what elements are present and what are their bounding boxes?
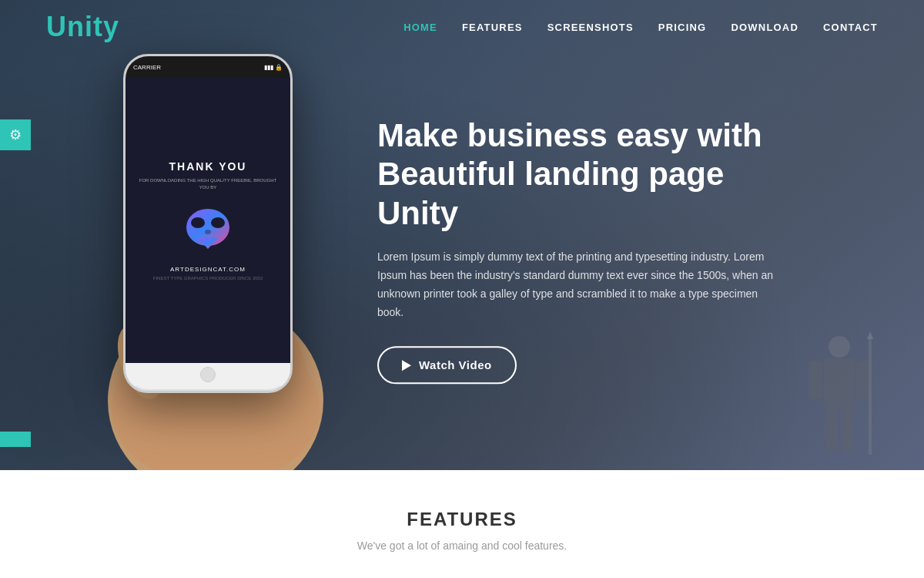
features-subtitle: We've got a lot of amaing and cool featu… <box>46 539 878 552</box>
watch-video-label: Watch Video <box>419 359 492 372</box>
nav-features[interactable]: FEATURES <box>462 22 523 33</box>
svg-point-14 <box>829 336 850 358</box>
svg-rect-15 <box>824 358 855 408</box>
tagline-text: FINEST TYPE GRAPHICS PRODUCER SINCE 2002 <box>153 276 263 281</box>
phone-mockup-area: CARRIER ▮▮▮ 🔒 THANK YOU FOR DOWNLOADING … <box>92 39 323 470</box>
hero-subtext: Lorem Ipsum is simply dummy text of the … <box>377 248 778 321</box>
svg-rect-17 <box>856 361 870 399</box>
svg-point-12 <box>205 230 211 234</box>
phone-status-bar: CARRIER ▮▮▮ 🔒 <box>126 56 290 78</box>
phone-frame: CARRIER ▮▮▮ 🔒 THANK YOU FOR DOWNLOADING … <box>123 54 293 393</box>
svg-point-10 <box>191 217 205 228</box>
hero-content: Make business easy with Beautiful landin… <box>377 116 808 384</box>
svg-point-11 <box>211 217 225 228</box>
logo: Unity <box>46 11 119 43</box>
sidebar-toggle-button[interactable]: ⚙ <box>0 119 31 150</box>
background-figure <box>801 331 878 470</box>
nav-download[interactable]: DOWNLOAD <box>731 22 798 33</box>
svg-rect-18 <box>825 408 838 451</box>
nav-contact[interactable]: CONTACT <box>823 22 878 33</box>
nav-home[interactable]: HOME <box>403 22 437 33</box>
phone-icons: ▮▮▮ 🔒 <box>264 64 283 71</box>
svg-marker-21 <box>867 331 873 339</box>
domain-text: ARTDESIGNCAT.COM <box>170 266 246 273</box>
phone-screen: THANK YOU FOR DOWNLOADING THE HIGH QUALI… <box>126 78 290 363</box>
play-icon <box>402 360 411 371</box>
carrier-label: CARRIER <box>133 64 161 71</box>
sidebar-bottom-accent <box>0 432 31 447</box>
phone-subtitle: FOR DOWNLOADING THE HIGH QUALITY FREEBIE… <box>138 177 278 190</box>
svg-rect-19 <box>841 408 853 451</box>
hero-heading: Make business easy with Beautiful landin… <box>377 116 808 233</box>
svg-rect-20 <box>869 339 872 455</box>
nav-screenshots[interactable]: SCREENSHOTS <box>547 22 634 33</box>
features-section: FEATURES We've got a lot of amaing and c… <box>0 470 924 578</box>
watch-video-button[interactable]: Watch Video <box>377 347 517 385</box>
hero-section: ⚙ CARRIER ▮▮▮ 🔒 THANK YOU <box>0 0 924 470</box>
nav-pricing[interactable]: PRICING <box>658 22 707 33</box>
gear-icon: ⚙ <box>9 126 22 143</box>
navigation: HOME FEATURES SCREENSHOTS PRICING DOWNLO… <box>403 22 878 33</box>
thank-you-text: THANK YOU <box>169 160 247 173</box>
features-title: FEATURES <box>46 509 878 530</box>
header: Unity HOME FEATURES SCREENSHOTS PRICING … <box>0 0 924 54</box>
mask-illustration <box>181 206 235 252</box>
phone-home-button <box>200 367 216 382</box>
svg-rect-16 <box>808 361 822 399</box>
phone-bottom-bar <box>126 363 290 386</box>
